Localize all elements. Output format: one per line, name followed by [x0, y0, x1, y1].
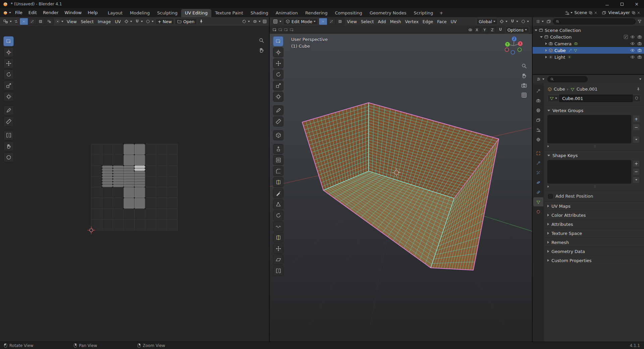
proportional-editing-dropdown[interactable] — [520, 18, 530, 25]
uv-canvas-area[interactable] — [0, 26, 269, 342]
camera-view-icon[interactable] — [521, 82, 527, 89]
expand-toggle-icon[interactable] — [545, 49, 547, 52]
tool-select-box[interactable] — [273, 36, 283, 46]
tool-transform[interactable] — [3, 92, 14, 102]
uv-canvas[interactable] — [0, 26, 269, 342]
tool-cursor[interactable] — [3, 47, 14, 57]
vp-menu-view[interactable]: View — [345, 18, 359, 25]
section-uv-maps[interactable]: UV Maps — [544, 201, 644, 210]
tool-edge-slide[interactable] — [273, 233, 283, 243]
tab-object-data[interactable] — [533, 197, 543, 206]
tab-physics[interactable] — [533, 178, 543, 187]
select-mode-edge[interactable] — [327, 18, 336, 25]
disable-in-renders-toggle[interactable] — [637, 55, 642, 59]
tab-output[interactable] — [533, 106, 543, 115]
fake-user-toggle[interactable] — [633, 95, 641, 102]
add-vertex-group-button[interactable]: + — [633, 115, 640, 122]
tab-modifiers[interactable] — [533, 158, 543, 167]
uv-overlays-dropdown[interactable] — [252, 18, 262, 25]
snapping-dropdown[interactable] — [134, 18, 144, 25]
tool-knife[interactable] — [273, 188, 283, 198]
editor-type-button[interactable] — [272, 18, 282, 25]
tab-particles[interactable] — [533, 168, 543, 177]
tool-mode-extend-icon[interactable] — [278, 28, 283, 32]
hide-in-viewport-toggle[interactable] — [630, 55, 635, 59]
gizmos-toggle[interactable] — [262, 19, 267, 24]
tab-world[interactable] — [533, 135, 543, 144]
section-attributes[interactable]: Attributes — [544, 219, 644, 229]
subpanel-expand-icon[interactable] — [548, 145, 549, 147]
workspace-tab-uv-editing[interactable]: UV Editing — [181, 9, 211, 17]
workspace-tab-layout[interactable]: Layout — [104, 9, 126, 17]
tool-loop-cut[interactable] — [273, 177, 283, 187]
filter-icon[interactable] — [637, 19, 642, 24]
tool-rip-region[interactable] — [273, 266, 283, 276]
workspace-tab-scripting[interactable]: Scripting — [410, 9, 437, 17]
workspace-tab-geometry-nodes[interactable]: Geometry Nodes — [366, 9, 410, 17]
uv-select-mode-edge[interactable] — [28, 18, 37, 25]
uv-menu-image[interactable]: Image — [96, 18, 112, 25]
section-color-attributes[interactable]: Color Attributes — [544, 210, 644, 219]
snapping-dropdown[interactable] — [509, 18, 519, 25]
resize-grip-icon[interactable] — [593, 185, 597, 189]
blender-app-menu-button[interactable] — [2, 9, 12, 16]
mirror-x-toggle[interactable]: X — [474, 27, 480, 33]
zoom-icon[interactable] — [521, 63, 527, 69]
tool-smooth[interactable] — [273, 221, 283, 232]
tool-rotate[interactable] — [3, 69, 14, 80]
hide-in-viewport-toggle[interactable] — [630, 48, 635, 53]
workspace-tab-modeling[interactable]: Modeling — [126, 9, 153, 17]
tool-grab[interactable] — [3, 141, 14, 151]
workspace-tab-sculpting[interactable]: Sculpting — [153, 9, 181, 17]
mirror-z-toggle[interactable]: Z — [489, 27, 496, 33]
hide-in-viewport-toggle[interactable] — [630, 35, 635, 39]
menu-render[interactable]: Render — [40, 9, 61, 16]
gizmo-neg-y-axis[interactable] — [518, 48, 522, 52]
menu-help[interactable]: Help — [85, 9, 101, 16]
remove-shape-key-button[interactable]: − — [633, 168, 640, 175]
shape-key-specials-dropdown[interactable] — [633, 177, 640, 184]
uv-select-mode-island[interactable] — [45, 18, 53, 25]
section-remesh[interactable]: Remesh — [544, 238, 644, 247]
outliner-search-input[interactable] — [553, 18, 636, 24]
navigation-gizmo[interactable]: X Y Z — [502, 35, 525, 57]
disable-in-renders-toggle[interactable] — [637, 41, 642, 46]
tool-measure[interactable] — [3, 116, 14, 127]
shape-keys-list[interactable] — [547, 160, 631, 184]
options-dropdown[interactable]: Options — [505, 27, 529, 33]
uv-select-mode-face[interactable] — [37, 18, 45, 25]
vertex-group-specials-dropdown[interactable] — [633, 136, 640, 143]
tool-scale[interactable] — [273, 81, 283, 91]
workspace-tab-compositing[interactable]: Compositing — [331, 9, 366, 17]
workspace-tab-animation[interactable]: Animation — [272, 9, 302, 17]
vertex-groups-list[interactable] — [547, 115, 631, 143]
outliner-row-cube[interactable]: Cube — [533, 47, 644, 54]
menu-edit[interactable]: Edit — [25, 9, 40, 16]
sticky-selection-dropdown[interactable] — [54, 18, 64, 25]
display-channels-dropdown[interactable] — [241, 18, 251, 25]
workspace-tab-rendering[interactable]: Rendering — [302, 9, 331, 17]
tab-material[interactable] — [533, 207, 543, 216]
breadcrumb-data[interactable]: Cube.001 — [577, 87, 598, 92]
editor-type-button[interactable] — [535, 18, 545, 25]
tool-mode-new-icon[interactable] — [272, 28, 277, 32]
close-button[interactable]: × — [629, 0, 644, 8]
tool-bevel[interactable] — [273, 166, 283, 176]
tab-view-layer[interactable] — [533, 115, 543, 124]
pin-image-toggle[interactable] — [199, 19, 204, 24]
workspace-tab-shading[interactable]: Shading — [247, 9, 272, 17]
vp-menu-add[interactable]: Add — [376, 18, 387, 25]
hide-in-viewport-toggle[interactable] — [630, 41, 635, 46]
vertex-groups-header[interactable]: Vertex Groups — [547, 107, 641, 115]
vp-menu-vertex[interactable]: Vertex — [404, 18, 420, 25]
tool-add-cube[interactable] — [273, 130, 283, 140]
tool-inset-faces[interactable] — [273, 155, 283, 165]
pivot-point-dropdown[interactable] — [498, 18, 508, 25]
properties-search-input[interactable] — [547, 76, 588, 82]
editor-type-button[interactable] — [535, 76, 545, 83]
tool-annotate[interactable] — [3, 105, 14, 115]
vp-menu-mesh[interactable]: Mesh — [388, 18, 403, 25]
select-mode-vertex[interactable] — [319, 18, 327, 25]
pin-id-toggle[interactable] — [636, 87, 641, 92]
scene-selector[interactable]: Scene — [564, 9, 599, 16]
